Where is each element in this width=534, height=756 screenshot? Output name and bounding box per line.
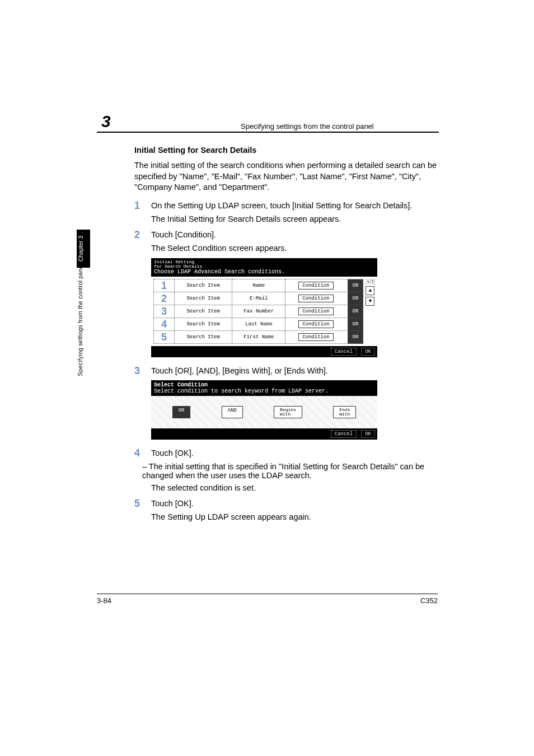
page-indicator: 1/2 <box>366 279 375 284</box>
begins-with-button[interactable]: Begins With <box>274 406 302 418</box>
section-intro: The initial setting of the search condit… <box>134 160 439 193</box>
side-tab-chapter: Chapter 3 <box>77 230 90 268</box>
cancel-button[interactable]: Cancel <box>331 430 357 438</box>
step-3: 3 Touch [OR], [AND], [Begins With], or [… <box>134 365 439 376</box>
step-1: 1 On the Setting Up LDAP screen, touch [… <box>134 200 439 211</box>
panel1-msg: Choose LDAP Advanced Search conditions. <box>154 269 374 275</box>
select-condition-panel: Select Condition Select condition to sea… <box>151 380 377 440</box>
step-text: Touch [OR], [AND], [Begins With], or [En… <box>151 365 439 376</box>
step-1-after: The Initial Setting for Search Details s… <box>151 214 439 223</box>
page-footer: 3-84 C352 <box>97 594 438 605</box>
panel1-title: Initial Setting for Search Details <box>154 260 374 269</box>
cond-value: OR <box>348 279 363 292</box>
table-row: 3 Search Item Fax Number Condition OR <box>154 305 363 318</box>
panel2-msg: Select condition to search keyword from … <box>154 388 374 394</box>
table-row: 4 Search Item Last Name Condition OR <box>154 318 363 331</box>
step-5-after: The Setting Up LDAP screen appears again… <box>151 512 439 521</box>
condition-button[interactable]: Condition <box>298 295 334 302</box>
step-4: 4 Touch [OK]. <box>134 447 439 459</box>
table-row: 2 Search Item E-Mail Condition OR <box>154 292 363 305</box>
panel2-title: Select Condition <box>154 382 374 388</box>
cancel-button[interactable]: Cancel <box>331 348 357 356</box>
scroll-down-button[interactable]: ▼ <box>366 297 374 306</box>
condition-button[interactable]: Condition <box>298 282 334 290</box>
cond-value: OR <box>348 305 363 318</box>
step-2: 2 Touch [Condition]. <box>134 229 439 240</box>
table-row: 1 Search Item Name Condition OR <box>154 279 363 292</box>
step-text: Touch [OK]. <box>151 447 439 459</box>
step-number: 5 <box>134 498 151 509</box>
footer-page: 3-84 <box>97 596 111 605</box>
scroll-up-button[interactable]: ▲ <box>366 286 374 295</box>
table-row: 5 Search Item First Name Condition OR <box>154 331 363 344</box>
step-number: 1 <box>134 200 151 211</box>
step-5: 5 Touch [OK]. <box>134 498 439 509</box>
or-button[interactable]: OR <box>172 406 191 418</box>
condition-button[interactable]: Condition <box>298 320 334 328</box>
step-2-after: The Select Condition screen appears. <box>151 244 439 253</box>
condition-button[interactable]: Condition <box>298 307 334 315</box>
header-rule <box>97 132 439 133</box>
step-text: Touch [Condition]. <box>151 229 439 240</box>
condition-button[interactable]: Condition <box>298 333 334 341</box>
ok-button[interactable]: OK <box>361 348 375 356</box>
and-button[interactable]: AND <box>222 406 243 418</box>
cond-value: OR <box>348 318 363 331</box>
step-4-after: The selected condition is set. <box>151 483 439 492</box>
step-number: 4 <box>134 447 151 459</box>
cond-value: OR <box>348 292 363 305</box>
step-text: On the Setting Up LDAP screen, touch [In… <box>151 200 439 211</box>
ends-with-button[interactable]: Ends With <box>333 406 356 418</box>
ldap-initial-setting-panel: Initial Setting for Search Details Choos… <box>151 258 377 357</box>
side-label: Specifying settings from the control pan… <box>77 264 83 376</box>
step-number: 2 <box>134 229 151 240</box>
ok-button[interactable]: OK <box>361 430 375 438</box>
running-head: Specifying settings from the control pan… <box>241 122 374 130</box>
scroll-column: 1/2 ▲ ▼ <box>366 279 375 344</box>
section-title: Initial Setting for Search Details <box>134 146 439 155</box>
chapter-number: 3 <box>101 112 111 131</box>
step-text: Touch [OK]. <box>151 498 439 509</box>
footer-model: C352 <box>420 596 438 605</box>
ldap-table: 1 Search Item Name Condition OR 2 Search… <box>153 279 363 344</box>
step-number: 3 <box>134 365 151 376</box>
step-4-note: The initial setting that is specified in… <box>142 462 439 480</box>
cond-value: OR <box>348 331 363 344</box>
